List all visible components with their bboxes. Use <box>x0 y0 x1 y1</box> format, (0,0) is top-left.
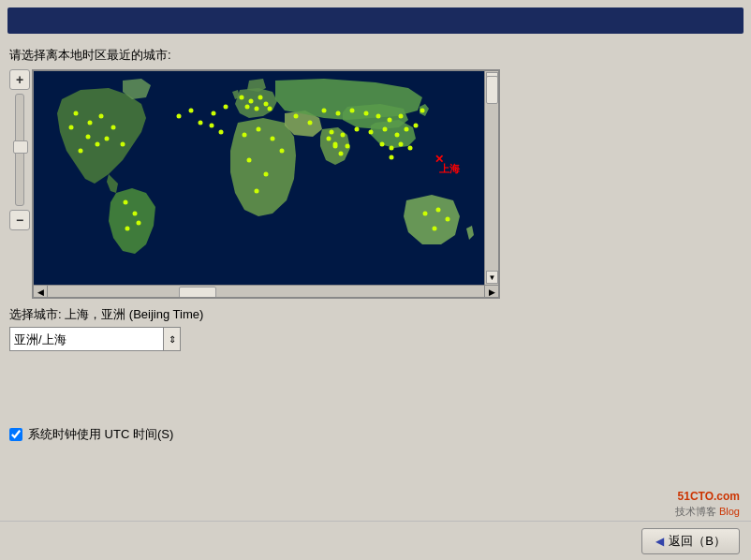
svg-point-34 <box>330 130 334 135</box>
back-arrow-icon: ◀ <box>655 535 664 548</box>
svg-point-56 <box>433 227 437 231</box>
svg-point-48 <box>380 142 385 147</box>
svg-point-61 <box>177 114 182 119</box>
bottom-bar: ◀ 返回（B） <box>0 521 751 560</box>
hscroll-left-arrow[interactable]: ◀ <box>34 286 48 300</box>
svg-point-5 <box>86 135 91 140</box>
zoom-in-button[interactable]: + <box>9 69 30 90</box>
utc-row: 系统时钟使用 UTC 时间(S) <box>9 426 742 443</box>
watermark-sub: 技术博客 <box>675 506 716 517</box>
svg-point-63 <box>199 121 203 125</box>
hscroll-track[interactable] <box>48 286 484 300</box>
map-viewport[interactable]: ✕ 上海 ▲ ▼ <box>34 71 498 285</box>
utc-label[interactable]: 系统时钟使用 UTC 时间(S) <box>28 426 173 443</box>
map-container[interactable]: ✕ 上海 ▲ ▼ ◀ ▶ <box>32 69 500 299</box>
city-select-container: 亚洲/上海 亚洲/北京 亚洲/香港 亚洲/东京 亚洲/首尔 ⇕ <box>9 327 742 351</box>
svg-point-3 <box>99 114 104 119</box>
watermark-blog: Blog <box>719 506 740 517</box>
zoom-slider-thumb[interactable] <box>13 140 28 154</box>
svg-point-38 <box>383 127 388 132</box>
map-vertical-scrollbar[interactable]: ▲ ▼ <box>484 71 498 285</box>
svg-point-23 <box>264 172 269 177</box>
vscroll-thumb[interactable] <box>486 76 498 104</box>
svg-point-46 <box>333 144 338 149</box>
svg-point-60 <box>137 221 141 226</box>
svg-point-26 <box>308 121 313 125</box>
svg-point-64 <box>212 111 216 116</box>
svg-point-57 <box>124 200 128 205</box>
svg-point-20 <box>271 137 275 141</box>
vscroll-down-arrow[interactable]: ▼ <box>486 271 498 284</box>
instruction-label: 请选择离本地时区最近的城市: <box>9 47 742 64</box>
svg-point-11 <box>240 96 244 100</box>
svg-point-58 <box>133 212 138 216</box>
city-selection-label: 选择城市: 上海，亚洲 (Beijing Time) <box>9 306 742 323</box>
svg-point-41 <box>414 124 419 128</box>
dropdown-arrow-icon[interactable]: ⇕ <box>164 327 181 351</box>
svg-point-55 <box>446 217 450 222</box>
svg-point-30 <box>364 111 369 116</box>
svg-point-1 <box>74 111 79 116</box>
zoom-out-button[interactable]: − <box>9 210 30 230</box>
svg-point-59 <box>125 227 130 231</box>
hscroll-thumb[interactable] <box>179 287 216 299</box>
world-map-svg: ✕ 上海 <box>34 71 488 285</box>
svg-point-45 <box>327 137 331 141</box>
svg-point-52 <box>390 155 394 160</box>
map-horizontal-scrollbar[interactable]: ◀ ▶ <box>34 285 498 299</box>
svg-point-14 <box>264 102 269 107</box>
svg-point-4 <box>111 125 116 130</box>
svg-point-21 <box>280 149 285 154</box>
svg-point-8 <box>121 142 125 147</box>
svg-point-50 <box>399 142 404 147</box>
zoom-controls: + − <box>9 69 30 230</box>
svg-point-16 <box>245 105 250 110</box>
back-button-label: 返回（B） <box>669 533 726 550</box>
svg-point-47 <box>339 152 344 156</box>
svg-point-51 <box>408 146 413 151</box>
svg-point-49 <box>390 146 394 151</box>
svg-point-67 <box>219 130 224 135</box>
svg-point-37 <box>369 130 374 135</box>
svg-point-12 <box>249 99 254 104</box>
svg-point-28 <box>336 111 341 116</box>
svg-point-27 <box>322 109 327 113</box>
svg-point-40 <box>405 127 409 132</box>
svg-point-62 <box>189 109 194 113</box>
svg-point-53 <box>423 212 428 216</box>
svg-point-19 <box>257 127 261 132</box>
svg-point-15 <box>255 107 259 111</box>
svg-point-54 <box>436 208 441 213</box>
svg-point-2 <box>88 121 93 125</box>
svg-point-6 <box>96 142 100 147</box>
svg-point-25 <box>294 114 299 119</box>
zoom-slider-track[interactable] <box>15 94 24 206</box>
watermark: 51CTO.com 技术博客 Blog <box>675 490 740 518</box>
svg-point-33 <box>399 114 404 119</box>
svg-point-66 <box>210 124 214 128</box>
svg-point-10 <box>69 125 74 130</box>
hscroll-right-arrow[interactable]: ▶ <box>484 286 498 300</box>
back-button[interactable]: ◀ 返回（B） <box>641 528 740 554</box>
svg-point-35 <box>341 133 346 138</box>
svg-point-24 <box>255 189 259 194</box>
svg-point-42 <box>420 109 425 113</box>
svg-point-36 <box>355 127 360 132</box>
svg-point-9 <box>79 149 83 154</box>
top-banner <box>7 7 744 34</box>
svg-point-18 <box>243 133 247 138</box>
city-dropdown[interactable]: 亚洲/上海 亚洲/北京 亚洲/香港 亚洲/东京 亚洲/首尔 <box>9 327 164 351</box>
svg-point-7 <box>105 137 110 141</box>
svg-point-22 <box>247 158 252 163</box>
utc-checkbox[interactable] <box>9 428 22 441</box>
watermark-site: 51CTO.com <box>678 490 740 503</box>
selected-city-name: 上海 <box>439 163 461 174</box>
svg-point-31 <box>376 114 381 119</box>
svg-point-29 <box>350 109 355 113</box>
svg-point-32 <box>388 118 392 123</box>
svg-point-39 <box>395 133 400 138</box>
svg-point-13 <box>258 96 263 100</box>
svg-point-44 <box>346 144 350 149</box>
svg-point-65 <box>224 105 228 110</box>
svg-point-17 <box>268 107 272 111</box>
